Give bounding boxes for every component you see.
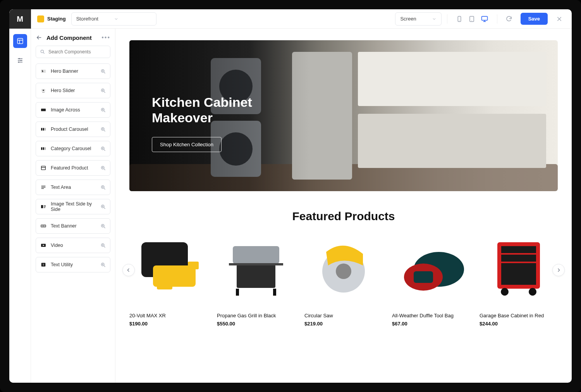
screen-select[interactable]: Screen (395, 12, 441, 26)
app-logo: M (9, 9, 31, 29)
text-area-icon (40, 184, 47, 191)
left-rail: M (9, 9, 31, 383)
svg-rect-59 (273, 289, 276, 296)
component-item[interactable]: Video (36, 238, 110, 253)
carousel-prev-icon[interactable] (122, 264, 135, 276)
carousel-next-icon[interactable] (552, 264, 565, 276)
search-icon (40, 49, 45, 55)
component-item[interactable]: Hero Slider (36, 83, 110, 98)
svg-rect-54 (157, 281, 172, 289)
component-item[interactable]: Product Carousel (36, 122, 110, 137)
svg-point-70 (529, 288, 536, 296)
component-item[interactable]: Featured Product (36, 160, 110, 176)
product-name: 20-Volt MAX XR (129, 313, 208, 318)
svg-rect-68 (501, 263, 536, 285)
environment-label: Staging (47, 16, 66, 22)
hero-slider-icon (40, 87, 47, 94)
product-name: Circular Saw (304, 313, 383, 318)
device-phone-icon[interactable] (456, 15, 463, 22)
image-across-icon (40, 106, 47, 113)
screen-select-value: Screen (400, 16, 416, 22)
product-name: All-Weather Duffle Tool Bag (392, 313, 470, 318)
zoom-icon[interactable] (100, 88, 106, 94)
device-switcher (453, 15, 492, 23)
save-button[interactable]: Save (521, 13, 548, 25)
zoom-icon[interactable] (100, 127, 106, 132)
zoom-icon[interactable] (100, 223, 106, 229)
component-label: Product Carousel (51, 127, 96, 132)
hero-cta-button[interactable]: Shop Kitchen Collection (152, 137, 222, 152)
panel-more-icon[interactable]: ••• (101, 34, 110, 41)
zoom-icon[interactable] (100, 185, 106, 190)
device-tablet-icon[interactable] (468, 15, 475, 22)
video-icon (40, 242, 47, 249)
context-select[interactable]: Storefront (71, 12, 156, 26)
featured-heading: Featured Products (129, 210, 558, 223)
component-item[interactable]: Image Across (36, 102, 110, 118)
close-icon[interactable] (553, 13, 566, 25)
component-item[interactable]: Hero Banner (36, 63, 110, 79)
panel-title: Add Component (46, 34, 98, 41)
zoom-icon[interactable] (100, 68, 106, 74)
rail-layout-icon[interactable] (13, 34, 27, 48)
component-label: Category Carousel (51, 146, 96, 151)
svg-rect-67 (501, 255, 536, 262)
component-label: Text Utility (51, 262, 96, 267)
component-label: Text Area (51, 185, 96, 190)
environment-badge[interactable]: Staging (37, 15, 66, 22)
featured-product-icon (40, 164, 47, 171)
product-name: Propane Gas Grill in Black (217, 313, 295, 318)
svg-rect-53 (188, 262, 199, 269)
hero-banner-icon (40, 68, 47, 75)
component-item[interactable]: Image Text Side by Side (36, 199, 110, 214)
svg-rect-56 (237, 265, 275, 288)
zoom-icon[interactable] (100, 204, 106, 210)
refresh-icon[interactable] (503, 13, 515, 25)
product-price: $244.00 (480, 321, 558, 327)
svg-rect-64 (414, 271, 433, 283)
product-card[interactable]: Propane Gas Grill in Black $550.00 (217, 235, 295, 327)
product-carousel: 20-Volt MAX XR $190.00 Propane Gas Grill… (129, 235, 558, 327)
hero-title: Kitchen Cabinet Makeover (152, 94, 252, 125)
device-desktop-icon[interactable] (481, 15, 488, 23)
svg-rect-57 (229, 263, 283, 265)
context-select-value: Storefront (76, 16, 98, 22)
hero-banner[interactable]: Kitchen Cabinet Makeover Shop Kitchen Co… (129, 40, 558, 191)
component-label: Image Text Side by Side (51, 201, 96, 212)
divider (497, 14, 497, 24)
rail-settings-icon[interactable] (13, 53, 27, 67)
component-item[interactable]: Text Utility (36, 257, 110, 272)
product-card[interactable]: Circular Saw $219.00 (304, 235, 383, 327)
chevron-down-icon (114, 17, 119, 21)
product-image (217, 235, 295, 300)
svg-point-69 (501, 288, 509, 296)
back-icon[interactable] (36, 34, 43, 41)
component-panel: Add Component ••• Hero Banner Her (31, 29, 115, 383)
product-card[interactable]: Garage Base Cabinet in Red $244.00 (480, 235, 558, 327)
component-label: Video (51, 243, 96, 248)
product-card[interactable]: All-Weather Duffle Tool Bag $67.00 (392, 235, 470, 327)
category-carousel-icon (40, 145, 47, 152)
component-item[interactable]: Text Banner (36, 218, 110, 234)
zoom-icon[interactable] (100, 165, 106, 171)
chevron-down-icon (432, 17, 437, 21)
svg-rect-58 (236, 289, 239, 296)
preview-canvas: Kitchen Cabinet Makeover Shop Kitchen Co… (115, 29, 572, 383)
text-banner-icon (40, 223, 47, 229)
component-item[interactable]: Category Carousel (36, 141, 110, 156)
component-item[interactable]: Text Area (36, 180, 110, 195)
product-price: $67.00 (392, 321, 470, 327)
product-image (129, 235, 208, 300)
product-card[interactable]: 20-Volt MAX XR $190.00 (129, 235, 208, 327)
product-price: $219.00 (304, 321, 383, 327)
component-label: Text Banner (51, 223, 96, 229)
component-label: Featured Product (51, 165, 96, 171)
search-input[interactable] (36, 46, 110, 58)
search-field[interactable] (48, 49, 107, 55)
zoom-icon[interactable] (100, 146, 106, 152)
zoom-icon[interactable] (100, 262, 106, 268)
product-image (304, 235, 383, 300)
zoom-icon[interactable] (100, 243, 106, 248)
product-image (480, 235, 558, 300)
zoom-icon[interactable] (100, 107, 106, 113)
